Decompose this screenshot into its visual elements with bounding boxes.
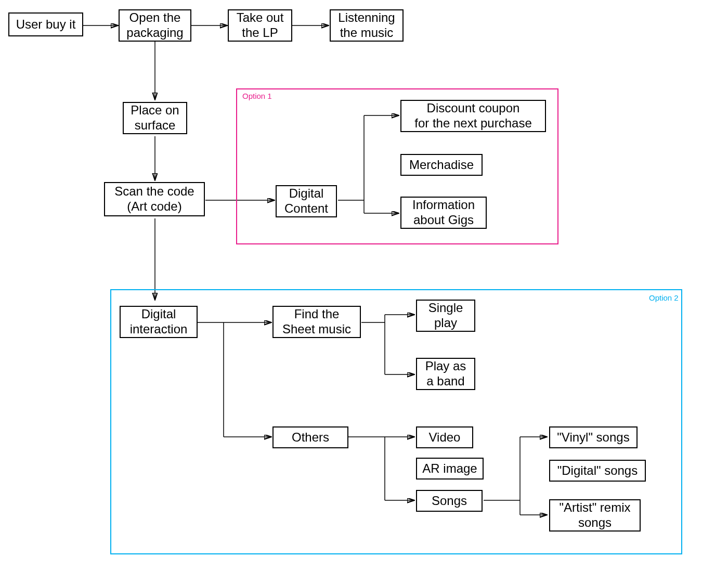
node-digital-interaction: Digitalinteraction: [120, 306, 198, 338]
node-user-buy: User buy it: [8, 12, 83, 36]
node-ar-image: AR image: [416, 458, 484, 480]
node-video: Video: [416, 426, 473, 448]
node-vinyl-songs: "Vinyl" songs: [549, 426, 638, 448]
node-take-out-lp: Take outthe LP: [228, 9, 292, 42]
node-place-surface: Place onsurface: [123, 102, 187, 134]
node-songs: Songs: [416, 490, 483, 512]
node-artist-remix: "Artist" remixsongs: [549, 499, 641, 532]
node-find-sheet: Find theSheet music: [272, 306, 361, 338]
node-merchandise: Merchadise: [400, 154, 483, 176]
node-info-gigs: Informationabout Gigs: [400, 197, 487, 229]
node-others: Others: [272, 426, 348, 448]
node-digital-content: DigitalContent: [276, 185, 337, 217]
node-single-play: Singleplay: [416, 300, 475, 332]
option1-label: Option 1: [242, 92, 272, 100]
node-listening-music: Listenningthe music: [330, 9, 404, 42]
node-open-packaging: Open thepackaging: [119, 9, 191, 42]
node-discount-coupon: Discount couponfor the next purchase: [400, 100, 546, 132]
option2-label: Option 2: [649, 293, 679, 302]
node-digital-songs: "Digital" songs: [549, 460, 646, 482]
node-play-band: Play asa band: [416, 358, 475, 390]
node-scan-code: Scan the code(Art code): [104, 182, 205, 216]
